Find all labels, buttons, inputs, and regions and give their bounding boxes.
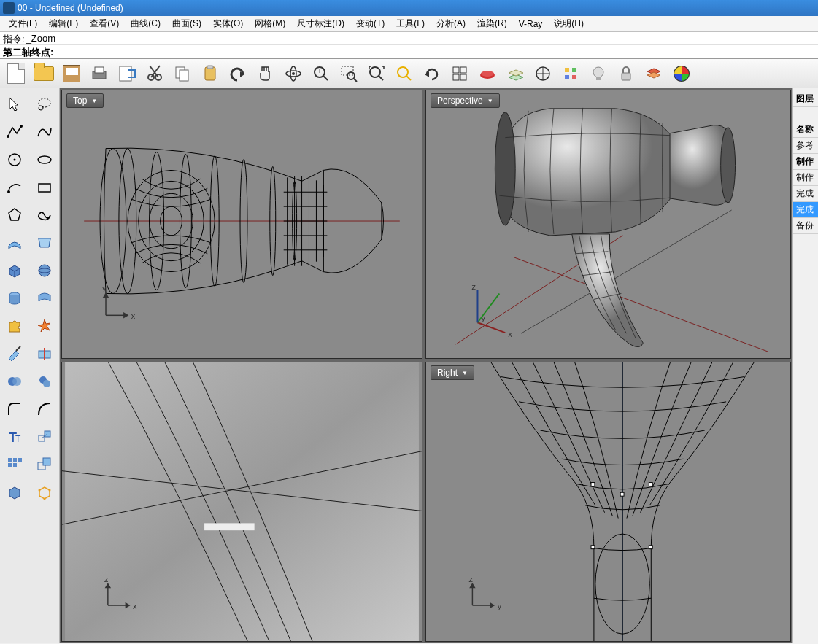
surface-patch-tool[interactable] [1, 230, 28, 256]
copy-move-tool[interactable] [31, 451, 58, 478]
svg-rect-34 [572, 68, 576, 72]
paste-button[interactable] [198, 62, 222, 85]
menu-help[interactable]: 说明(H) [548, 16, 590, 31]
boolean-diff-tool[interactable] [31, 368, 58, 395]
cplane-xy-button[interactable] [531, 62, 555, 85]
menu-dimension[interactable]: 尺寸标注(D) [291, 16, 350, 31]
layer-item[interactable]: 完成 [793, 186, 818, 202]
copy-button[interactable] [171, 62, 194, 85]
save-file-button[interactable] [60, 62, 83, 85]
svg-point-46 [13, 159, 15, 161]
undo-button[interactable] [226, 62, 250, 85]
cage-edit-tool[interactable] [31, 479, 58, 505]
menu-analyze[interactable]: 分析(A) [431, 16, 471, 31]
layer-color-button[interactable] [670, 62, 693, 85]
print-button[interactable] [88, 62, 111, 85]
osnap-button[interactable] [559, 62, 582, 85]
freeform-tool[interactable] [31, 202, 58, 228]
viewport-perspective[interactable]: Perspective▼ [425, 90, 791, 359]
svg-point-61 [43, 380, 50, 387]
cplane-button[interactable] [503, 62, 527, 85]
menu-mesh[interactable]: 网格(M) [249, 16, 291, 31]
fillet-tool[interactable] [1, 396, 28, 422]
zoom-button[interactable]: ± [309, 62, 333, 85]
boolean-tool[interactable] [1, 368, 28, 395]
menu-solid[interactable]: 实体(O) [207, 16, 249, 31]
fillet-edge-tool[interactable] [31, 396, 58, 422]
polygon-tool[interactable] [1, 202, 28, 228]
layer-item[interactable]: 备份 [793, 218, 818, 234]
pan-button[interactable] [254, 62, 277, 85]
menu-tools[interactable]: 工具(L) [390, 16, 431, 31]
command-area: 指令: _Zoom 第二轴终点: [0, 32, 818, 59]
ellipse-tool[interactable] [31, 147, 58, 173]
svg-text:±: ± [317, 68, 322, 76]
svg-point-18 [347, 72, 355, 79]
lightbulb-button[interactable] [587, 62, 610, 85]
menu-edit[interactable]: 编辑(E) [43, 16, 84, 31]
svg-rect-26 [453, 74, 459, 80]
rectangle-tool[interactable] [31, 174, 58, 201]
layer-item[interactable]: 制作 [793, 170, 818, 186]
svg-text:x: x [508, 330, 512, 338]
layers-button[interactable] [642, 62, 665, 85]
svg-text:z: z [469, 575, 473, 583]
zoom-window-button[interactable] [337, 62, 360, 85]
puzzle-tool[interactable] [1, 313, 28, 339]
sphere-tool[interactable] [31, 257, 58, 284]
menu-transform[interactable]: 变动(T) [350, 16, 390, 31]
menu-curve[interactable]: 曲线(C) [125, 16, 166, 31]
svg-rect-68 [13, 458, 17, 462]
viewport-perspective-canvas: x y z [426, 90, 790, 358]
curve-tool[interactable] [31, 119, 58, 145]
menu-surface[interactable]: 曲面(S) [166, 16, 207, 31]
viewport-front[interactable]: Front▼ x z [61, 362, 422, 642]
split-tool[interactable] [31, 341, 58, 367]
command-line-1[interactable]: 指令: _Zoom [0, 32, 818, 45]
right-panel-header[interactable]: 图层 [793, 91, 818, 107]
zoom-extents-button[interactable] [365, 62, 388, 85]
menu-vray[interactable]: V-Ray [513, 18, 549, 31]
undo-view-button[interactable] [420, 62, 444, 85]
loft-tool[interactable] [31, 230, 58, 256]
menu-view[interactable]: 查看(V) [84, 16, 125, 31]
menu-file[interactable]: 文件(F) [3, 16, 43, 31]
box-tool[interactable] [1, 257, 28, 284]
rotate-view-button[interactable] [282, 62, 305, 85]
menu-render[interactable]: 渲染(R) [471, 16, 513, 31]
zoom-selected-button[interactable] [393, 62, 416, 85]
new-file-button[interactable] [4, 62, 28, 85]
lasso-tool[interactable] [31, 91, 58, 117]
window-title: 00 - Undefined (Undefined) [18, 3, 123, 13]
pipe-tool[interactable] [31, 285, 58, 311]
command-value-1: _Zoom [26, 33, 55, 44]
layer-item-selected[interactable]: 完成 [793, 202, 818, 218]
transform-tool[interactable] [31, 424, 58, 450]
deform-button[interactable] [476, 62, 499, 85]
box-edit-tool[interactable] [1, 479, 28, 505]
polyline-tool[interactable] [1, 119, 28, 145]
menu-bar: 文件(F) 编辑(E) 查看(V) 曲线(C) 曲面(S) 实体(O) 网格(M… [0, 16, 818, 32]
open-file-button[interactable] [32, 62, 55, 85]
four-view-button[interactable] [448, 62, 471, 85]
import-button[interactable] [115, 62, 139, 85]
layer-item[interactable]: 制作 [793, 154, 818, 170]
text-tool[interactable]: TT [1, 424, 28, 450]
command-line-2[interactable]: 第二轴终点: [0, 45, 818, 58]
viewport-right[interactable]: Right▼ [425, 362, 791, 642]
arc-tool[interactable] [1, 174, 28, 201]
layer-item[interactable]: 参考 [793, 138, 818, 154]
lock-button[interactable] [614, 62, 638, 85]
explode-tool[interactable] [31, 313, 58, 339]
circle-tool[interactable] [1, 147, 28, 173]
cut-button[interactable] [143, 62, 166, 85]
svg-text:y: y [498, 602, 502, 610]
svg-rect-73 [43, 458, 50, 465]
svg-rect-24 [453, 67, 459, 73]
array-tool[interactable] [1, 451, 28, 478]
pointer-tool[interactable] [1, 91, 28, 117]
knife-tool[interactable] [1, 341, 28, 367]
cylinder-tool[interactable] [1, 285, 28, 311]
viewport-top[interactable]: Top▼ [61, 90, 422, 359]
svg-text:z: z [104, 575, 108, 583]
